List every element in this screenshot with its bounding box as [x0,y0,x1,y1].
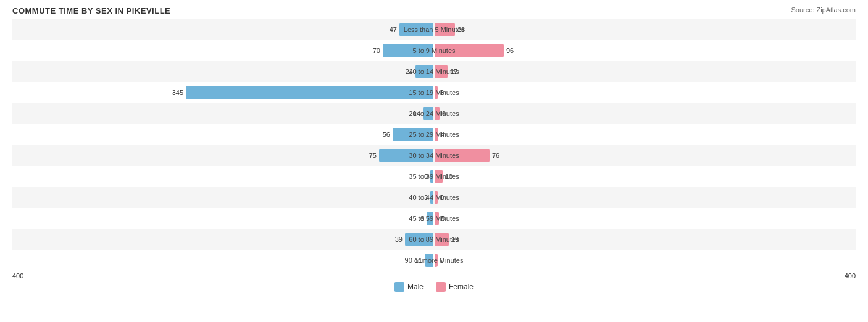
male-bar [427,212,433,225]
chart-row: 705 to 9 Minutes96 [12,40,856,61]
right-bar-container: 96 [434,40,856,61]
left-bar-container: 39 [12,229,434,250]
right-bar-inner: 0 [435,191,444,204]
male-value: 39 [395,236,403,243]
male-bar [393,128,433,141]
male-value: 9 [420,215,424,222]
female-bar [435,107,440,120]
male-bar [415,65,433,78]
male-legend-label: Male [407,283,424,291]
left-bar-inner: 75 [369,149,433,162]
male-bar [423,107,433,120]
chart-row: 5625 to 29 Minutes4 [12,124,856,145]
female-value: 76 [492,152,499,159]
right-bar-inner: 0 [435,254,444,267]
male-value: 70 [373,47,380,54]
male-value: 14 [413,110,420,117]
right-bar-container: 3 [434,82,856,103]
female-value: 19 [451,236,459,243]
chart-row: 945 to 59 Minutes5 [12,208,856,229]
male-value: 24 [406,68,413,75]
female-bar [435,233,449,246]
female-value: 4 [441,131,444,138]
female-value: 3 [440,89,444,96]
left-bar-inner: 345 [172,86,433,99]
female-value: 6 [442,110,446,117]
left-bar-container: 56 [12,124,434,145]
left-bar-inner: 56 [383,128,433,141]
axis-min-label: 400 [12,272,23,279]
axis-labels: 400 400 [12,272,856,279]
male-legend-box [394,282,404,292]
female-bar [435,44,504,57]
female-value: 0 [440,257,444,264]
left-bar-container: 3 [12,187,434,208]
male-value: 3 [424,194,428,201]
chart-row: 2410 to 14 Minutes17 [12,61,856,82]
chart-rows-wrapper: 47Less than 5 Minutes28705 to 9 Minutes9… [12,19,856,271]
right-bar-container: 0 [434,187,856,208]
male-bar [405,233,433,246]
male-value: 56 [383,131,390,138]
male-value: 47 [390,26,397,33]
legend-item-male: Male [394,282,424,292]
male-bar [425,254,433,267]
right-bar-inner: 3 [435,86,444,99]
chart-row: 340 to 44 Minutes0 [12,187,856,208]
right-bar-inner: 76 [435,149,499,162]
left-bar-container: 75 [12,145,434,166]
chart-row: 7530 to 34 Minutes76 [12,145,856,166]
female-bar [435,170,443,183]
male-bar [186,86,433,99]
chart-row: 035 to 39 Minutes10 [12,166,856,187]
male-bar [383,44,433,57]
right-bar-inner: 6 [435,107,446,120]
left-bar-container: 14 [12,103,434,124]
right-bar-inner: 28 [435,23,465,36]
female-value: 96 [506,47,514,54]
female-bar [435,149,490,162]
female-bar [435,23,455,36]
left-bar-container: 70 [12,40,434,61]
right-bar-container: 5 [434,208,856,229]
left-bar-container: 0 [12,166,434,187]
left-bar-container: 345 [12,82,434,103]
axis-max-label: 400 [845,272,856,279]
female-bar [435,128,438,141]
chart-row: 34515 to 19 Minutes3 [12,82,856,103]
right-bar-container: 28 [434,19,856,40]
legend: Male Female [12,282,856,292]
chart-row: 1420 to 24 Minutes6 [12,103,856,124]
left-bar-inner: 47 [390,23,433,36]
chart-title: COMMUTE TIME BY SEX IN PIKEVILLE [12,6,856,15]
right-bar-inner: 4 [435,128,444,141]
female-value: 17 [450,68,457,75]
left-bar-inner: 9 [420,212,433,225]
male-value: 11 [415,257,422,264]
left-bar-container: 47 [12,19,434,40]
left-bar-inner: 24 [406,65,433,78]
legend-item-female: Female [436,282,474,292]
female-bar [435,86,438,99]
chart-row: 47Less than 5 Minutes28 [12,19,856,40]
female-value: 10 [445,173,453,180]
right-bar-container: 6 [434,103,856,124]
female-legend-box [436,282,446,292]
left-bar-container: 9 [12,208,434,229]
right-bar-container: 17 [434,61,856,82]
left-bar-inner: 39 [395,233,433,246]
right-bar-container: 4 [434,124,856,145]
left-bar-inner: 11 [415,254,433,267]
left-bar-container: 24 [12,61,434,82]
chart-row: 3960 to 89 Minutes19 [12,229,856,250]
chart-container: COMMUTE TIME BY SEX IN PIKEVILLE Source:… [0,0,868,322]
right-bar-container: 19 [434,229,856,250]
male-value: 75 [369,152,377,159]
female-value: 0 [440,194,444,201]
female-bar [435,191,438,204]
left-bar-inner: 3 [424,191,433,204]
male-value: 345 [172,89,183,96]
male-bar [430,191,433,204]
female-bar [435,65,448,78]
right-bar-inner: 96 [435,44,514,57]
